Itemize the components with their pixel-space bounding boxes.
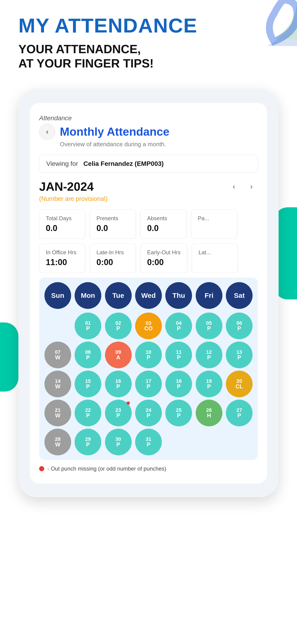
cal-empty-1 xyxy=(44,312,71,339)
calendar-header: Sun Mon Tue Wed Thu Fri xyxy=(44,282,253,309)
cal-day-13[interactable]: 13P xyxy=(226,342,252,368)
day-header-fri: Fri xyxy=(196,282,222,309)
stat-lat: Lat... xyxy=(192,244,238,273)
cal-day-07[interactable]: 07W xyxy=(44,342,71,368)
stat-late-in-hrs: Late-In Hrs 0:00 xyxy=(90,244,136,273)
app-header: Attendance ‹ Monthly Attendance Overview… xyxy=(39,114,258,148)
calendar-grid: 01P 02P 03CO 04P 05P 06P 07W 08P 09A 10P… xyxy=(44,312,253,455)
provisional-note: (Number are provisional) xyxy=(39,195,258,202)
month-navigation: JAN-2024 ‹ › xyxy=(39,180,258,194)
stat-early-out-hrs-value: 0:00 xyxy=(147,258,180,267)
stat-pa-label: Pa... xyxy=(198,215,230,222)
cal-day-31[interactable]: 31P xyxy=(135,429,162,455)
cal-day-21[interactable]: 21W xyxy=(44,400,71,426)
stat-absents: Absents 0.0 xyxy=(140,209,186,239)
stat-total-days-label: Total Days xyxy=(46,215,78,222)
month-label: JAN-2024 xyxy=(39,180,94,194)
stat-total-days: Total Days 0.0 xyxy=(39,209,85,239)
cal-day-27[interactable]: 27P xyxy=(226,400,252,426)
cal-day-30[interactable]: 30P xyxy=(105,429,132,455)
cal-day-11[interactable]: 11P xyxy=(165,342,192,368)
cal-day-16[interactable]: 16P xyxy=(105,370,132,397)
stat-early-out-hrs: Early-Out Hrs 0:00 xyxy=(140,244,187,273)
app-screen: Attendance ‹ Monthly Attendance Overview… xyxy=(30,103,267,484)
cal-day-09[interactable]: 09A xyxy=(105,342,132,368)
legend: - Out punch missing (or odd number of pu… xyxy=(39,466,258,472)
cal-day-10[interactable]: 10P xyxy=(135,342,162,368)
cal-day-26[interactable]: 26H xyxy=(196,400,222,426)
stat-pa: Pa... xyxy=(191,209,237,239)
cal-day-02[interactable]: 02P xyxy=(105,312,132,339)
viewing-bar: Viewing for Celia Fernandez (EMP003) xyxy=(39,155,258,173)
cal-day-08[interactable]: 08P xyxy=(74,342,101,368)
day-header-mon: Mon xyxy=(74,282,101,309)
cal-day-04[interactable]: 04P xyxy=(165,312,192,339)
cal-day-29[interactable]: 29P xyxy=(74,429,101,455)
phone-mockup: Attendance ‹ Monthly Attendance Overview… xyxy=(18,89,278,497)
stats-row-2: In Office Hrs 11:00 Late-In Hrs 0:00 Ear… xyxy=(39,244,258,273)
prev-month-button[interactable]: ‹ xyxy=(228,180,240,193)
next-month-button[interactable]: › xyxy=(245,180,258,193)
stat-presents-label: Presents xyxy=(96,215,129,222)
legend-text: - Out punch missing (or odd number of pu… xyxy=(48,466,166,472)
cal-day-18[interactable]: 18P xyxy=(165,370,192,397)
app-description: Overview of attendance during a month. xyxy=(60,141,258,148)
stat-presents: Presents 0.0 xyxy=(90,209,136,239)
cal-day-06[interactable]: 06P xyxy=(226,312,252,339)
stat-lat-label: Lat... xyxy=(198,249,231,256)
day-header-tue: Tue xyxy=(105,282,132,309)
day-header-wed: Wed xyxy=(135,282,162,309)
calendar: Sun Mon Tue Wed Thu Fri xyxy=(39,278,258,460)
app-title: Monthly Attendance xyxy=(60,125,170,138)
viewing-label: Viewing for xyxy=(46,160,78,167)
stat-in-office-hrs: In Office Hrs 11:00 xyxy=(39,244,85,273)
cal-day-28[interactable]: 28W xyxy=(44,429,71,455)
stats-row-1: Total Days 0.0 Presents 0.0 Absents 0.0 … xyxy=(39,209,258,239)
cal-day-24[interactable]: 24P xyxy=(135,400,162,426)
stat-absents-label: Absents xyxy=(147,215,180,222)
cal-day-01[interactable]: 01P xyxy=(74,312,101,339)
cal-day-20[interactable]: 20CL xyxy=(226,370,252,397)
cal-empty-2 xyxy=(165,429,192,455)
viewing-employee: Celia Fernandez (EMP003) xyxy=(83,160,164,167)
legend-dot xyxy=(39,466,44,471)
stat-total-days-value: 0.0 xyxy=(46,224,78,233)
stat-early-out-hrs-label: Early-Out Hrs xyxy=(147,249,180,256)
cal-day-12[interactable]: 12P xyxy=(196,342,222,368)
cal-day-22[interactable]: 22P xyxy=(74,400,101,426)
stat-in-office-hrs-value: 11:00 xyxy=(46,258,78,267)
red-dot-23 xyxy=(127,402,130,405)
cal-empty-4 xyxy=(226,429,252,455)
back-button[interactable]: ‹ xyxy=(39,124,55,140)
cal-day-19[interactable]: 19P xyxy=(196,370,222,397)
stat-absents-value: 0.0 xyxy=(147,224,180,233)
day-header-thu: Thu xyxy=(165,282,192,309)
cal-day-17[interactable]: 17P xyxy=(135,370,162,397)
stat-late-in-hrs-label: Late-In Hrs xyxy=(96,249,129,256)
cal-day-03[interactable]: 03CO xyxy=(135,312,162,339)
cal-day-23[interactable]: 23P xyxy=(105,400,132,426)
cal-day-25[interactable]: 25P xyxy=(165,400,192,426)
cal-day-14[interactable]: 14W xyxy=(44,370,71,397)
cal-day-05[interactable]: 05P xyxy=(196,312,222,339)
day-header-sun: Sun xyxy=(44,282,71,309)
cal-empty-3 xyxy=(196,429,222,455)
stat-in-office-hrs-label: In Office Hrs xyxy=(46,249,78,256)
page-main-title: MY ATTENDANCE xyxy=(18,14,278,37)
page-subtitle: YOUR ATTENADNCE, AT YOUR FINGER TIPS! xyxy=(18,42,278,71)
month-arrows: ‹ › xyxy=(228,180,258,193)
cal-day-15[interactable]: 15P xyxy=(74,370,101,397)
breadcrumb: Attendance xyxy=(39,114,258,122)
stat-presents-value: 0.0 xyxy=(96,224,129,233)
stat-late-in-hrs-value: 0:00 xyxy=(96,258,129,267)
day-header-sat: Sat xyxy=(226,282,252,309)
